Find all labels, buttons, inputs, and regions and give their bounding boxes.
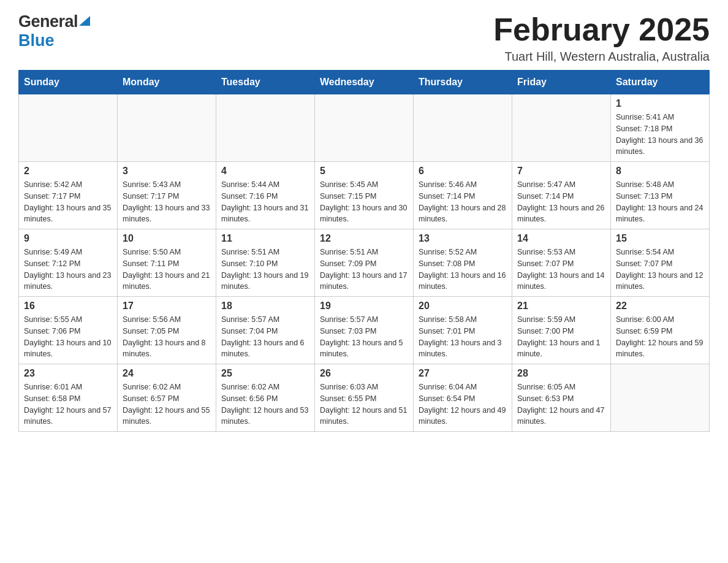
calendar-table: SundayMondayTuesdayWednesdayThursdayFrid…: [18, 70, 710, 432]
calendar-body: 1Sunrise: 5:41 AM Sunset: 7:18 PM Daylig…: [19, 94, 710, 432]
day-number: 11: [221, 233, 309, 244]
calendar-cell: [611, 364, 710, 432]
calendar-cell: [414, 94, 512, 162]
calendar-cell: 3Sunrise: 5:43 AM Sunset: 7:17 PM Daylig…: [118, 162, 216, 229]
day-number: 28: [517, 368, 605, 379]
day-info: Sunrise: 6:04 AM Sunset: 6:54 PM Dayligh…: [419, 383, 506, 426]
calendar-cell: 21Sunrise: 5:59 AM Sunset: 7:00 PM Dayli…: [512, 297, 611, 364]
day-number: 25: [221, 368, 309, 379]
day-number: 23: [24, 368, 112, 379]
day-info: Sunrise: 5:42 AM Sunset: 7:17 PM Dayligh…: [24, 180, 111, 223]
day-info: Sunrise: 5:57 AM Sunset: 7:03 PM Dayligh…: [320, 315, 403, 358]
day-number: 27: [419, 368, 507, 379]
day-info: Sunrise: 6:00 AM Sunset: 6:59 PM Dayligh…: [616, 315, 703, 358]
calendar-cell: [19, 94, 118, 162]
calendar-cell: 22Sunrise: 6:00 AM Sunset: 6:59 PM Dayli…: [611, 297, 710, 364]
calendar-cell: 28Sunrise: 6:05 AM Sunset: 6:53 PM Dayli…: [512, 364, 611, 432]
calendar-cell: [216, 94, 315, 162]
day-info: Sunrise: 5:48 AM Sunset: 7:13 PM Dayligh…: [616, 180, 703, 223]
calendar-header: SundayMondayTuesdayWednesdayThursdayFrid…: [19, 71, 710, 94]
day-info: Sunrise: 5:56 AM Sunset: 7:05 PM Dayligh…: [123, 315, 206, 358]
calendar-cell: 23Sunrise: 6:01 AM Sunset: 6:58 PM Dayli…: [19, 364, 118, 432]
logo-triangle-icon: [79, 16, 90, 28]
calendar-cell: 26Sunrise: 6:03 AM Sunset: 6:55 PM Dayli…: [315, 364, 414, 432]
svg-marker-0: [79, 16, 90, 26]
calendar-cell: 25Sunrise: 6:02 AM Sunset: 6:56 PM Dayli…: [216, 364, 315, 432]
day-number: 14: [517, 233, 605, 244]
calendar-cell: 11Sunrise: 5:51 AM Sunset: 7:10 PM Dayli…: [216, 229, 315, 297]
calendar-cell: 6Sunrise: 5:46 AM Sunset: 7:14 PM Daylig…: [414, 162, 512, 229]
day-info: Sunrise: 5:57 AM Sunset: 7:04 PM Dayligh…: [221, 315, 305, 358]
logo: General Blue: [18, 12, 90, 50]
day-number: 13: [419, 233, 507, 244]
day-number: 24: [123, 368, 211, 379]
day-info: Sunrise: 5:51 AM Sunset: 7:10 PM Dayligh…: [221, 248, 308, 291]
weekday-header-saturday: Saturday: [611, 71, 710, 94]
page-title: February 2025: [493, 12, 710, 47]
calendar-cell: 2Sunrise: 5:42 AM Sunset: 7:17 PM Daylig…: [19, 162, 118, 229]
calendar-cell: [315, 94, 414, 162]
day-number: 21: [517, 301, 605, 312]
day-number: 17: [123, 301, 211, 312]
day-info: Sunrise: 5:46 AM Sunset: 7:14 PM Dayligh…: [419, 180, 506, 223]
calendar-week-1: 1Sunrise: 5:41 AM Sunset: 7:18 PM Daylig…: [19, 94, 710, 162]
day-info: Sunrise: 5:52 AM Sunset: 7:08 PM Dayligh…: [419, 248, 506, 291]
calendar-cell: 15Sunrise: 5:54 AM Sunset: 7:07 PM Dayli…: [611, 229, 710, 297]
logo-blue-text: Blue: [18, 31, 55, 50]
day-info: Sunrise: 5:44 AM Sunset: 7:16 PM Dayligh…: [221, 180, 308, 223]
calendar-cell: 9Sunrise: 5:49 AM Sunset: 7:12 PM Daylig…: [19, 229, 118, 297]
day-number: 19: [320, 301, 408, 312]
day-number: 26: [320, 368, 408, 379]
calendar-cell: 20Sunrise: 5:58 AM Sunset: 7:01 PM Dayli…: [414, 297, 512, 364]
day-number: 10: [123, 233, 211, 244]
calendar-cell: 16Sunrise: 5:55 AM Sunset: 7:06 PM Dayli…: [19, 297, 118, 364]
calendar-cell: [118, 94, 216, 162]
calendar-cell: 17Sunrise: 5:56 AM Sunset: 7:05 PM Dayli…: [118, 297, 216, 364]
page-subtitle: Tuart Hill, Western Australia, Australia: [493, 50, 710, 64]
weekday-header-friday: Friday: [512, 71, 611, 94]
day-number: 8: [616, 166, 704, 177]
calendar-week-4: 16Sunrise: 5:55 AM Sunset: 7:06 PM Dayli…: [19, 297, 710, 364]
day-number: 16: [24, 301, 112, 312]
day-number: 3: [123, 166, 211, 177]
calendar-week-5: 23Sunrise: 6:01 AM Sunset: 6:58 PM Dayli…: [19, 364, 710, 432]
day-number: 20: [419, 301, 507, 312]
calendar-cell: 18Sunrise: 5:57 AM Sunset: 7:04 PM Dayli…: [216, 297, 315, 364]
day-info: Sunrise: 5:53 AM Sunset: 7:07 PM Dayligh…: [517, 248, 604, 291]
day-info: Sunrise: 6:02 AM Sunset: 6:57 PM Dayligh…: [123, 383, 210, 426]
day-number: 18: [221, 301, 309, 312]
day-number: 6: [419, 166, 507, 177]
day-number: 22: [616, 301, 704, 312]
calendar-week-3: 9Sunrise: 5:49 AM Sunset: 7:12 PM Daylig…: [19, 229, 710, 297]
calendar-cell: 12Sunrise: 5:51 AM Sunset: 7:09 PM Dayli…: [315, 229, 414, 297]
day-info: Sunrise: 5:55 AM Sunset: 7:06 PM Dayligh…: [24, 315, 111, 358]
day-number: 12: [320, 233, 408, 244]
calendar-cell: 14Sunrise: 5:53 AM Sunset: 7:07 PM Dayli…: [512, 229, 611, 297]
weekday-header-thursday: Thursday: [414, 71, 512, 94]
weekday-header-tuesday: Tuesday: [216, 71, 315, 94]
day-info: Sunrise: 5:47 AM Sunset: 7:14 PM Dayligh…: [517, 180, 604, 223]
day-info: Sunrise: 5:51 AM Sunset: 7:09 PM Dayligh…: [320, 248, 407, 291]
calendar-cell: 4Sunrise: 5:44 AM Sunset: 7:16 PM Daylig…: [216, 162, 315, 229]
day-info: Sunrise: 5:41 AM Sunset: 7:18 PM Dayligh…: [616, 113, 703, 156]
day-info: Sunrise: 5:49 AM Sunset: 7:12 PM Dayligh…: [24, 248, 111, 291]
calendar-week-2: 2Sunrise: 5:42 AM Sunset: 7:17 PM Daylig…: [19, 162, 710, 229]
weekday-header-row: SundayMondayTuesdayWednesdayThursdayFrid…: [19, 71, 710, 94]
day-number: 2: [24, 166, 112, 177]
calendar-cell: 7Sunrise: 5:47 AM Sunset: 7:14 PM Daylig…: [512, 162, 611, 229]
day-info: Sunrise: 5:54 AM Sunset: 7:07 PM Dayligh…: [616, 248, 703, 291]
calendar-cell: 27Sunrise: 6:04 AM Sunset: 6:54 PM Dayli…: [414, 364, 512, 432]
page-header: General Blue February 2025 Tuart Hill, W…: [18, 12, 710, 64]
weekday-header-wednesday: Wednesday: [315, 71, 414, 94]
calendar-cell: 19Sunrise: 5:57 AM Sunset: 7:03 PM Dayli…: [315, 297, 414, 364]
day-number: 4: [221, 166, 309, 177]
day-info: Sunrise: 5:43 AM Sunset: 7:17 PM Dayligh…: [123, 180, 210, 223]
day-number: 15: [616, 233, 704, 244]
day-info: Sunrise: 6:02 AM Sunset: 6:56 PM Dayligh…: [221, 383, 308, 426]
day-number: 5: [320, 166, 408, 177]
day-number: 9: [24, 233, 112, 244]
day-info: Sunrise: 6:05 AM Sunset: 6:53 PM Dayligh…: [517, 383, 604, 426]
calendar-cell: 8Sunrise: 5:48 AM Sunset: 7:13 PM Daylig…: [611, 162, 710, 229]
day-number: 1: [616, 98, 704, 109]
logo-general-text: General: [18, 12, 78, 31]
